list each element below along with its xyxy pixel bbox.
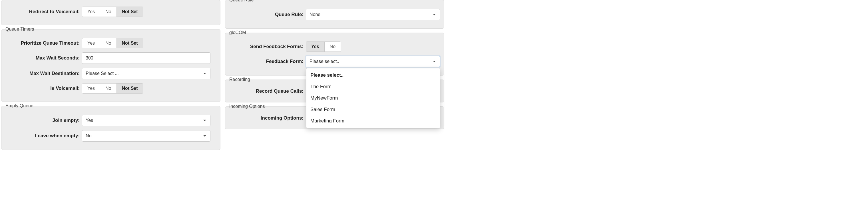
redirect-voicemail-yes[interactable]: Yes: [82, 7, 100, 17]
label-join-empty: Join empty:: [5, 117, 80, 123]
redirect-voicemail-notset[interactable]: Not Set: [117, 7, 143, 17]
join-empty-select[interactable]: Yes: [82, 115, 211, 126]
row-prioritize-timeout: Prioritize Queue Timeout: Yes No Not Set: [5, 38, 216, 48]
chevron-down-icon: [203, 73, 206, 74]
label-leave-when-empty: Leave when empty:: [5, 133, 80, 139]
max-wait-seconds-value: 300: [86, 55, 93, 61]
send-ff-no[interactable]: No: [324, 42, 341, 52]
section-glocom: gloCOM Send Feedback Forms: Yes No Feedb…: [225, 33, 444, 76]
redirect-voicemail-no[interactable]: No: [100, 7, 117, 17]
feedback-form-dropdown[interactable]: Please select.. The Form MyNewForm Sales…: [306, 68, 440, 128]
row-is-voicemail: Is Voicemail: Yes No Not Set: [5, 83, 216, 93]
feedback-form-option[interactable]: Please select..: [306, 70, 440, 81]
is-voicemail-yes[interactable]: Yes: [82, 83, 100, 93]
label-send-feedback-forms: Send Feedback Forms:: [229, 44, 304, 50]
feedback-form-option[interactable]: The Form: [306, 81, 440, 92]
label-queue-rule: Queue Rule:: [229, 12, 304, 18]
prioritize-notset[interactable]: Not Set: [117, 38, 143, 48]
row-join-empty: Join empty: Yes: [5, 115, 216, 126]
feedback-form-option[interactable]: Marketing Form: [306, 115, 440, 127]
section-queue-timers: Queue Timers Prioritize Queue Timeout: Y…: [1, 29, 220, 102]
section-title-queue-rule: Queue Rule: [229, 0, 440, 3]
join-empty-value: Yes: [86, 118, 93, 123]
section-title-glocom: gloCOM: [229, 30, 440, 35]
section-empty-queue: Empty Queue Join empty: Yes Leave when e…: [1, 106, 220, 150]
row-redirect-voicemail: Redirect to Voicemail: Yes No Not Set: [5, 6, 216, 17]
leave-when-empty-select[interactable]: No: [82, 130, 211, 142]
max-wait-seconds-input[interactable]: 300: [82, 52, 211, 64]
prioritize-yes[interactable]: Yes: [82, 38, 100, 48]
section-top-left: Redirect to Voicemail: Yes No Not Set: [1, 0, 220, 25]
row-feedback-form: Feedback Form: Please select.. Please se…: [229, 56, 440, 67]
max-wait-destination-value: Please Select ...: [86, 71, 119, 76]
label-is-voicemail: Is Voicemail:: [5, 85, 80, 91]
label-feedback-form: Feedback Form:: [229, 59, 304, 64]
redirect-voicemail-toggle[interactable]: Yes No Not Set: [82, 6, 143, 17]
feedback-form-option[interactable]: Sales Form: [306, 104, 440, 115]
is-voicemail-no[interactable]: No: [100, 83, 117, 93]
max-wait-destination-select[interactable]: Please Select ...: [82, 68, 211, 79]
send-feedback-forms-toggle[interactable]: Yes No: [306, 42, 341, 52]
section-title-empty-queue: Empty Queue: [5, 103, 216, 108]
chevron-down-icon: [433, 61, 436, 62]
row-leave-when-empty: Leave when empty: No: [5, 130, 216, 142]
feedback-form-option[interactable]: MyNewForm: [306, 92, 440, 104]
prioritize-no[interactable]: No: [100, 38, 117, 48]
row-queue-rule: Queue Rule: None: [229, 9, 440, 20]
feedback-form-value: Please select..: [310, 59, 339, 64]
label-max-wait-seconds: Max Wait Seconds:: [5, 55, 80, 61]
label-incoming-options: Incoming Options:: [229, 115, 304, 121]
row-send-feedback-forms: Send Feedback Forms: Yes No: [229, 42, 440, 52]
section-queue-rule: Queue Rule Queue Rule: None: [225, 0, 444, 29]
is-voicemail-notset[interactable]: Not Set: [117, 83, 143, 93]
label-redirect-voicemail: Redirect to Voicemail:: [5, 9, 80, 15]
label-max-wait-destination: Max Wait Destination:: [5, 71, 80, 76]
send-ff-yes[interactable]: Yes: [306, 42, 324, 52]
leave-when-empty-value: No: [86, 133, 91, 138]
prioritize-timeout-toggle[interactable]: Yes No Not Set: [82, 38, 143, 48]
is-voicemail-toggle[interactable]: Yes No Not Set: [82, 83, 143, 93]
queue-rule-value: None: [310, 12, 320, 17]
feedback-form-select[interactable]: Please select.. Please select.. The Form…: [306, 56, 440, 67]
row-max-wait-destination: Max Wait Destination: Please Select ...: [5, 68, 216, 79]
chevron-down-icon: [433, 14, 436, 16]
label-record-queue-calls: Record Queue Calls:: [229, 88, 304, 94]
queue-rule-select[interactable]: None: [306, 9, 440, 20]
row-max-wait-seconds: Max Wait Seconds: 300: [5, 52, 216, 64]
section-title-queue-timers: Queue Timers: [5, 27, 216, 32]
label-prioritize-timeout: Prioritize Queue Timeout:: [5, 41, 80, 46]
chevron-down-icon: [203, 135, 206, 137]
chevron-down-icon: [203, 120, 206, 121]
